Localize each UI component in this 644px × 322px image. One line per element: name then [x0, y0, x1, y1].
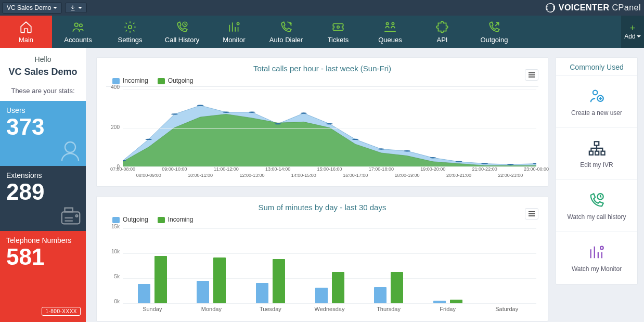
nav-queues[interactable]: Queues [364, 16, 416, 48]
chart-legend: Outgoing Incoming [112, 216, 538, 223]
svg-point-6 [337, 25, 339, 28]
nav-add-label: Add [624, 33, 635, 40]
nav-settings[interactable]: Settings [104, 16, 156, 48]
nav-label: Settings [118, 36, 143, 44]
svg-point-17 [223, 112, 229, 113]
chart-title: Total calls per hour - last week (Sun-Fr… [106, 64, 538, 73]
gear-icon [123, 20, 137, 34]
svg-point-15 [171, 113, 178, 114]
nav-accounts[interactable]: Accounts [52, 16, 104, 48]
nav-auto-dialer[interactable]: Auto Dialer [260, 16, 312, 48]
nav-outgoing[interactable]: Outgoing [468, 16, 520, 48]
commonly-used-title: Commonly Used [556, 58, 637, 76]
svg-point-18 [249, 112, 255, 113]
stat-card-extensions[interactable]: Extensions 289 [0, 166, 86, 231]
hamburger-icon [528, 211, 535, 217]
chart-title: Sum of minutes by day - last 30 days [106, 203, 538, 212]
telephone-badge: 1-800-XXXX [42, 307, 81, 316]
download-icon [70, 5, 76, 11]
brand-logo: VOICENTER CPanel [545, 3, 641, 13]
chart-menu-button[interactable] [525, 208, 538, 220]
stat-value: 581 [6, 244, 80, 269]
nav-label: Auto Dialer [269, 36, 303, 44]
chart-menu-button[interactable] [525, 69, 538, 81]
svg-rect-32 [595, 141, 599, 145]
svg-rect-34 [595, 151, 599, 154]
ticket-icon [331, 20, 345, 34]
legend-item: Incoming [112, 77, 148, 84]
clock-phone-icon [588, 191, 606, 209]
account-selector-label: VC Sales Demo [7, 4, 51, 11]
stat-card-telephone[interactable]: Telephone Numbers 581 1-800-XXXX [0, 231, 86, 322]
action-label: Watch my Monitor [572, 265, 622, 273]
puzzle-icon [435, 20, 449, 34]
chevron-down-icon [53, 7, 57, 9]
nav-add-button[interactable]: + Add [621, 16, 644, 48]
nav-label: Outgoing [481, 36, 508, 44]
stat-label: Users [6, 106, 80, 114]
fax-icon [59, 204, 83, 228]
stat-card-users[interactable]: Users 373 [0, 101, 86, 166]
svg-point-23 [378, 148, 385, 149]
bar-chart: 0k5k10k15k SundayMondayTuesdayWednesdayT… [106, 226, 538, 315]
account-selector[interactable]: VC Sales Demo [2, 2, 62, 14]
users-icon [71, 20, 85, 34]
action-create-user[interactable]: Create a new user [556, 76, 637, 128]
nav-label: Main [19, 36, 33, 44]
svg-point-9 [65, 142, 75, 152]
svg-point-21 [326, 123, 333, 124]
greeting-name: VC Sales Demo [3, 67, 83, 78]
clock-phone-icon [175, 20, 189, 34]
area-chart: 0200400 07:00-08:0008:00-09:0009:00-10:0… [106, 86, 538, 180]
svg-point-24 [404, 150, 410, 151]
svg-point-30 [593, 90, 598, 95]
main-navigation: Main Accounts Settings Call History Moni… [0, 16, 644, 48]
svg-point-2 [80, 24, 82, 27]
phone-cycle-icon [279, 20, 293, 34]
action-label: Watch my call history [568, 213, 626, 221]
svg-point-16 [197, 105, 204, 106]
nav-label: Monitor [223, 36, 245, 44]
stat-label: Extensions [6, 171, 80, 179]
svg-point-25 [430, 157, 436, 158]
nav-monitor[interactable]: Monitor [208, 16, 260, 48]
svg-point-19 [275, 123, 281, 124]
svg-rect-33 [589, 151, 593, 154]
brand-sub: CPanel [612, 3, 641, 12]
greeting-hello: Hello [3, 55, 83, 63]
action-label: Edit my IVR [580, 161, 613, 169]
svg-point-27 [481, 163, 488, 164]
commonly-used-card: Commonly Used Create a new user Edit my … [556, 57, 638, 285]
svg-point-12 [76, 215, 78, 217]
stat-value: 373 [6, 114, 80, 139]
svg-point-5 [237, 22, 239, 24]
svg-point-7 [386, 22, 388, 24]
left-column: Hello VC Sales Demo These are your stats… [0, 48, 86, 322]
svg-rect-35 [601, 151, 605, 154]
nav-api[interactable]: API [416, 16, 468, 48]
topbar: VC Sales Demo VOICENTER CPanel [0, 0, 644, 16]
user-plus-icon [588, 87, 606, 105]
stat-label: Telephone Numbers [6, 236, 80, 244]
queue-icon [383, 20, 397, 34]
svg-point-22 [352, 139, 359, 140]
chart-card-calls-per-hour: Total calls per hour - last week (Sun-Fr… [96, 57, 548, 187]
right-column: Commonly Used Create a new user Edit my … [556, 48, 644, 322]
nav-label: API [437, 36, 448, 44]
greeting-card: Hello VC Sales Demo These are your stats… [0, 48, 86, 101]
greeting-stats-label: These are your stats: [3, 87, 83, 95]
chart-legend: Incoming Outgoing [112, 77, 538, 84]
legend-item: Incoming [158, 216, 194, 223]
monitor-icon [227, 20, 241, 34]
svg-point-14 [145, 139, 152, 140]
action-edit-ivr[interactable]: Edit my IVR [556, 128, 637, 180]
svg-point-3 [128, 25, 132, 29]
action-monitor[interactable]: Watch my Monitor [556, 232, 637, 284]
plus-icon: + [630, 23, 636, 33]
action-call-history[interactable]: Watch my call history [556, 180, 637, 232]
user-icon [58, 138, 83, 163]
nav-tickets[interactable]: Tickets [312, 16, 364, 48]
nav-call-history[interactable]: Call History [156, 16, 208, 48]
nav-main[interactable]: Main [0, 16, 52, 48]
download-button[interactable] [65, 3, 87, 13]
